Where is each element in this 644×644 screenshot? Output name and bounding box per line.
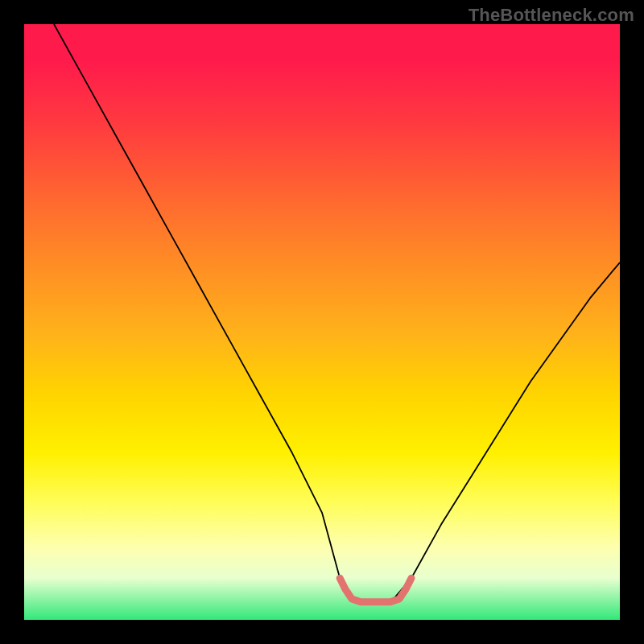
- chart-stage: TheBottleneck.com: [0, 0, 644, 644]
- plot-area: [24, 24, 620, 620]
- watermark-text: TheBottleneck.com: [469, 5, 634, 26]
- bottleneck-curve: [54, 24, 620, 602]
- curve-layer: [24, 24, 620, 620]
